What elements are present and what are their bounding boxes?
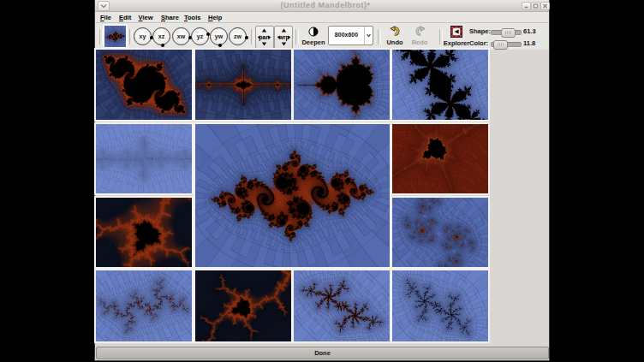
svg-text:pan: pan [259,34,269,41]
svg-text:wrp: wrp [277,34,289,41]
